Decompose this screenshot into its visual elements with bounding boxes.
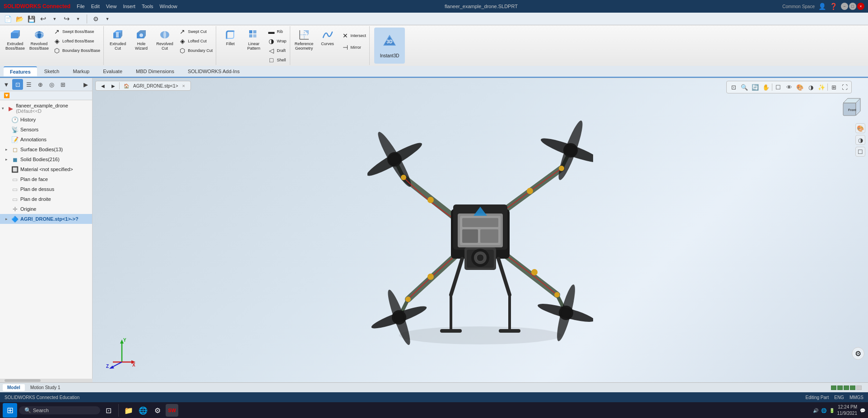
tab-model[interactable]: Model <box>3 384 25 391</box>
menu-tools[interactable]: Tools <box>139 3 156 10</box>
settings-button[interactable]: ⚙ <box>151 404 164 417</box>
draft-button[interactable]: ◁ Draft <box>266 46 288 55</box>
realview-button[interactable]: ✨ <box>817 82 826 92</box>
expand-button[interactable]: ▶ <box>80 79 91 90</box>
search-bar[interactable]: 🔍 Search <box>19 406 100 414</box>
boundary-cut-button[interactable]: ⬡ Boundary Cut <box>177 46 214 55</box>
close-button[interactable]: × <box>857 3 864 10</box>
instant3d-button[interactable]: 3D Instant3D <box>374 28 405 64</box>
start-button[interactable]: ⊞ <box>3 403 17 418</box>
list-view-button[interactable]: ☰ <box>23 79 34 90</box>
scroll-thumb[interactable] <box>5 379 41 382</box>
network-icon[interactable]: 🌐 <box>821 408 826 413</box>
tree-item-surface-bodies[interactable]: ▸ ◻ Surface Bodies(13) <box>0 144 92 154</box>
menu-file[interactable]: File <box>74 3 88 10</box>
menu-view[interactable]: View <box>103 3 120 10</box>
view-zoom-button[interactable]: 🔍 <box>739 82 749 92</box>
display-states-button[interactable]: ⊞ <box>57 79 68 90</box>
intersect-button[interactable]: ✕ Intersect <box>340 31 368 40</box>
tree-root[interactable]: ▾ ▶ flaneer_example_drone (Défaut<<D <box>0 102 92 115</box>
scene-right-button[interactable]: ◑ <box>855 135 865 145</box>
view-pan-button[interactable]: ✋ <box>761 82 771 92</box>
options-dropdown[interactable]: ▼ <box>102 14 112 24</box>
filter-button[interactable]: ▼ <box>1 79 12 90</box>
tree-item-sensors[interactable]: 📡 Sensors <box>0 125 92 135</box>
undo-dropdown[interactable]: ▼ <box>50 14 60 24</box>
filter-icon[interactable]: 🔽 <box>2 92 12 99</box>
view-window-button[interactable]: ⊞ <box>829 82 839 92</box>
tree-item-origine[interactable]: ✛ Origine <box>0 204 92 214</box>
undo-button[interactable]: ↩ <box>38 14 48 24</box>
view-rotate-button[interactable]: 🔄 <box>750 82 760 92</box>
root-expand-icon[interactable]: ▾ <box>2 106 7 111</box>
display-style-button[interactable]: ☐ <box>773 82 783 92</box>
tree-item-plan-face[interactable]: ▭ Plan de face <box>0 174 92 184</box>
file-explorer-button[interactable]: 📁 <box>122 404 135 417</box>
config-view-button[interactable]: ◎ <box>46 79 57 90</box>
view-cube[interactable]: Front <box>841 96 863 119</box>
extruded-cut-button[interactable]: ExtrudedCut <box>107 27 129 52</box>
tree-item-plan-dessus[interactable]: ▭ Plan de dessus <box>0 184 92 194</box>
display-right-button[interactable]: ☐ <box>855 147 865 157</box>
task-view-button[interactable]: ⊡ <box>102 404 115 417</box>
linear-pattern-button[interactable]: LinearPattern <box>242 27 265 52</box>
menu-insert[interactable]: Insert <box>120 3 138 10</box>
battery-icon[interactable]: 🔋 <box>829 408 835 413</box>
tab-markup[interactable]: Markup <box>67 67 96 76</box>
property-view-button[interactable]: ⊕ <box>35 79 46 90</box>
fillet-button[interactable]: Fillet <box>219 27 241 48</box>
nav-forward-button[interactable]: ▶ <box>109 83 118 89</box>
nav-back-button[interactable]: ◀ <box>98 83 107 89</box>
sound-icon[interactable]: 🔊 <box>813 408 818 413</box>
tab-evaluate[interactable]: Evaluate <box>97 67 129 76</box>
open-button[interactable]: 📂 <box>14 14 24 24</box>
appearance-button[interactable]: 🎨 <box>795 82 805 92</box>
profile-icon[interactable]: 👤 <box>818 3 826 10</box>
boundary-boss-button[interactable]: ⬡ Boundary Boss/Base <box>51 46 102 55</box>
new-button[interactable]: 📄 <box>3 14 13 24</box>
chrome-button[interactable]: 🌐 <box>137 404 149 417</box>
agri-expand[interactable]: ▸ <box>5 217 11 221</box>
options-button[interactable]: ⚙ <box>91 14 101 24</box>
save-button[interactable]: 💾 <box>26 14 36 24</box>
hide-show-button[interactable]: 👁 <box>784 82 794 92</box>
swept-boss-button[interactable]: ↗ Swept Boss/Base <box>51 27 102 36</box>
curves-button[interactable]: Curves <box>316 27 339 48</box>
maximize-button[interactable]: □ <box>849 3 856 10</box>
notification-icon[interactable]: 💬 <box>860 408 865 413</box>
swept-cut-button[interactable]: ↗ Swept Cut <box>177 27 214 36</box>
view-orientation-button[interactable]: ⊡ <box>729 82 738 92</box>
menu-edit[interactable]: Edit <box>88 3 102 10</box>
menu-window[interactable]: Window <box>157 3 180 10</box>
tree-item-history[interactable]: 🕐 History <box>0 115 92 125</box>
mirror-button[interactable]: ⊣ Mirror <box>340 43 368 52</box>
help-icon[interactable]: ❓ <box>830 3 837 10</box>
redo-button[interactable]: ↪ <box>61 14 71 24</box>
reference-geometry-button[interactable]: ReferenceGeometry <box>293 27 316 52</box>
tree-item-plan-droite[interactable]: ▭ Plan de droite <box>0 194 92 204</box>
tab-addins[interactable]: SOLIDWORKS Add-Ins <box>181 67 246 76</box>
appearance-right-button[interactable]: 🎨 <box>855 123 865 133</box>
redo-dropdown[interactable]: ▼ <box>73 14 83 24</box>
tree-view-button[interactable]: ⊡ <box>12 79 23 90</box>
breadcrumb-close[interactable]: × <box>179 82 187 89</box>
shell-button[interactable]: □ Shell <box>266 56 288 65</box>
system-clock[interactable]: 12:24 PM 11/9/2021 <box>837 404 858 417</box>
breadcrumb-icon[interactable]: 🏠 <box>121 83 132 89</box>
tree-item-solid-bodies[interactable]: ▸ ◼ Solid Bodies(216) <box>0 154 92 164</box>
lofted-cut-button[interactable]: ◈ Lofted Cut <box>177 37 214 46</box>
revolved-cut-button[interactable]: RevolvedCut <box>153 27 176 52</box>
tab-motion-study[interactable]: Motion Study 1 <box>26 384 65 391</box>
tab-features[interactable]: Features <box>4 66 37 76</box>
extruded-boss-button[interactable]: ExtrudedBoss/Base <box>4 27 27 52</box>
rib-button[interactable]: ▬ Rib <box>266 27 288 36</box>
revolved-boss-button[interactable]: RevolvedBoss/Base <box>28 27 51 52</box>
surface-expand[interactable]: ▸ <box>5 147 11 152</box>
solidworks-taskbar-button[interactable]: SW <box>166 404 178 417</box>
tree-item-material[interactable]: 🔲 Material <not specified> <box>0 164 92 174</box>
scene-button[interactable]: ◑ <box>806 82 816 92</box>
solid-expand[interactable]: ▸ <box>5 157 11 162</box>
lofted-boss-button[interactable]: ◈ Lofted Boss/Base <box>51 37 102 46</box>
tab-sketch[interactable]: Sketch <box>38 67 66 76</box>
hole-wizard-button[interactable]: HoleWizard <box>130 27 153 52</box>
